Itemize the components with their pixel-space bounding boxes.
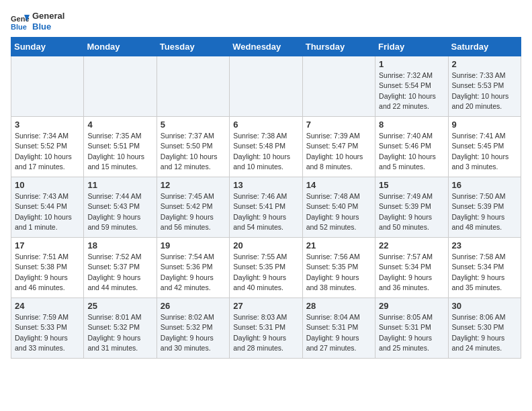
header-friday: Friday [375,38,448,56]
day-number: 2 [452,59,517,69]
day-info: Sunrise: 7:58 AM Sunset: 5:34 PM Dayligh… [452,252,517,293]
header-sunday: Sunday [11,38,84,56]
day-info: Sunrise: 7:46 AM Sunset: 5:41 PM Dayligh… [233,191,298,232]
day-info: Sunrise: 7:56 AM Sunset: 5:35 PM Dayligh… [306,252,371,293]
day-number: 16 [452,180,517,190]
day-number: 24 [15,301,80,311]
calendar-week-5: 24Sunrise: 7:59 AM Sunset: 5:33 PM Dayli… [11,298,521,359]
day-info: Sunrise: 7:39 AM Sunset: 5:47 PM Dayligh… [306,131,371,172]
day-info: Sunrise: 7:59 AM Sunset: 5:33 PM Dayligh… [15,312,80,353]
calendar-week-3: 10Sunrise: 7:43 AM Sunset: 5:44 PM Dayli… [11,177,521,238]
logo: General Blue General Blue [11,11,64,32]
day-number: 22 [379,240,444,250]
day-number: 15 [379,180,444,190]
calendar-cell: 3Sunrise: 7:34 AM Sunset: 5:52 PM Daylig… [11,117,84,177]
day-number: 9 [452,120,517,130]
calendar-cell: 4Sunrise: 7:35 AM Sunset: 5:51 PM Daylig… [84,117,157,177]
day-number: 11 [87,180,152,190]
day-number: 5 [161,120,226,130]
day-info: Sunrise: 8:03 AM Sunset: 5:31 PM Dayligh… [233,312,298,353]
day-info: Sunrise: 7:50 AM Sunset: 5:39 PM Dayligh… [452,191,517,232]
day-number: 26 [161,301,226,311]
day-info: Sunrise: 7:33 AM Sunset: 5:53 PM Dayligh… [452,71,517,111]
day-info: Sunrise: 8:04 AM Sunset: 5:31 PM Dayligh… [306,312,371,353]
calendar-cell: 20Sunrise: 7:55 AM Sunset: 5:35 PM Dayli… [230,238,302,298]
calendar-cell: 13Sunrise: 7:46 AM Sunset: 5:41 PM Dayli… [230,177,302,238]
day-info: Sunrise: 7:43 AM Sunset: 5:44 PM Dayligh… [15,191,80,232]
day-number: 19 [161,240,226,250]
calendar-cell: 30Sunrise: 8:06 AM Sunset: 5:30 PM Dayli… [448,298,521,359]
calendar-cell: 26Sunrise: 8:02 AM Sunset: 5:32 PM Dayli… [157,298,229,359]
calendar-cell: 6Sunrise: 7:38 AM Sunset: 5:48 PM Daylig… [230,117,302,177]
calendar-week-2: 3Sunrise: 7:34 AM Sunset: 5:52 PM Daylig… [11,117,521,177]
day-info: Sunrise: 7:40 AM Sunset: 5:46 PM Dayligh… [379,131,444,172]
calendar-cell: 14Sunrise: 7:48 AM Sunset: 5:40 PM Dayli… [302,177,375,238]
calendar-cell [302,56,375,117]
day-number: 1 [379,59,444,69]
calendar-cell: 22Sunrise: 7:57 AM Sunset: 5:34 PM Dayli… [375,238,448,298]
day-info: Sunrise: 7:48 AM Sunset: 5:40 PM Dayligh… [306,191,371,232]
calendar-cell: 24Sunrise: 7:59 AM Sunset: 5:33 PM Dayli… [11,298,84,359]
header-tuesday: Tuesday [157,38,229,56]
calendar-cell [230,56,302,117]
day-info: Sunrise: 7:41 AM Sunset: 5:45 PM Dayligh… [452,131,517,172]
day-info: Sunrise: 7:57 AM Sunset: 5:34 PM Dayligh… [379,252,444,293]
day-number: 12 [161,180,226,190]
calendar-cell: 11Sunrise: 7:44 AM Sunset: 5:43 PM Dayli… [84,177,157,238]
header-wednesday: Wednesday [230,38,302,56]
day-number: 8 [379,120,444,130]
header-monday: Monday [84,38,157,56]
day-info: Sunrise: 7:32 AM Sunset: 5:54 PM Dayligh… [379,71,444,111]
calendar-cell [11,56,84,117]
calendar-cell: 28Sunrise: 8:04 AM Sunset: 5:31 PM Dayli… [302,298,375,359]
day-number: 4 [87,120,152,130]
day-number: 29 [379,301,444,311]
page-header: General Blue General Blue [11,11,521,32]
day-number: 30 [452,301,517,311]
calendar-cell: 23Sunrise: 7:58 AM Sunset: 5:34 PM Dayli… [448,238,521,298]
calendar-week-4: 17Sunrise: 7:51 AM Sunset: 5:38 PM Dayli… [11,238,521,298]
day-info: Sunrise: 7:35 AM Sunset: 5:51 PM Dayligh… [87,131,152,172]
calendar-cell: 18Sunrise: 7:52 AM Sunset: 5:37 PM Dayli… [84,238,157,298]
day-number: 6 [233,120,298,130]
logo-icon: General Blue [11,12,30,31]
day-info: Sunrise: 7:51 AM Sunset: 5:38 PM Dayligh… [15,252,80,293]
day-info: Sunrise: 8:01 AM Sunset: 5:32 PM Dayligh… [87,312,152,353]
calendar-cell: 12Sunrise: 7:45 AM Sunset: 5:42 PM Dayli… [157,177,229,238]
day-info: Sunrise: 7:49 AM Sunset: 5:39 PM Dayligh… [379,191,444,232]
calendar-cell: 8Sunrise: 7:40 AM Sunset: 5:46 PM Daylig… [375,117,448,177]
day-number: 3 [15,120,80,130]
days-header-row: Sunday Monday Tuesday Wednesday Thursday… [11,38,521,56]
logo-blue: Blue [32,21,51,32]
day-number: 7 [306,120,371,130]
day-number: 21 [306,240,371,250]
day-info: Sunrise: 8:02 AM Sunset: 5:32 PM Dayligh… [161,312,226,353]
day-info: Sunrise: 8:06 AM Sunset: 5:30 PM Dayligh… [452,312,517,353]
calendar-cell: 17Sunrise: 7:51 AM Sunset: 5:38 PM Dayli… [11,238,84,298]
calendar-cell [84,56,157,117]
day-info: Sunrise: 7:55 AM Sunset: 5:35 PM Dayligh… [233,252,298,293]
calendar-week-1: 1Sunrise: 7:32 AM Sunset: 5:54 PM Daylig… [11,56,521,117]
day-info: Sunrise: 7:54 AM Sunset: 5:36 PM Dayligh… [161,252,226,293]
header-thursday: Thursday [302,38,375,56]
calendar-cell: 1Sunrise: 7:32 AM Sunset: 5:54 PM Daylig… [375,56,448,117]
logo-wordmark: General Blue [32,11,64,32]
calendar-cell: 27Sunrise: 8:03 AM Sunset: 5:31 PM Dayli… [230,298,302,359]
day-number: 25 [87,301,152,311]
svg-text:Blue: Blue [11,23,27,31]
calendar-cell: 21Sunrise: 7:56 AM Sunset: 5:35 PM Dayli… [302,238,375,298]
day-number: 28 [306,301,371,311]
calendar-cell: 10Sunrise: 7:43 AM Sunset: 5:44 PM Dayli… [11,177,84,238]
day-info: Sunrise: 7:37 AM Sunset: 5:50 PM Dayligh… [161,131,226,172]
day-number: 18 [87,240,152,250]
calendar-cell: 19Sunrise: 7:54 AM Sunset: 5:36 PM Dayli… [157,238,229,298]
day-number: 20 [233,240,298,250]
day-info: Sunrise: 7:34 AM Sunset: 5:52 PM Dayligh… [15,131,80,172]
day-info: Sunrise: 7:44 AM Sunset: 5:43 PM Dayligh… [87,191,152,232]
calendar-table: Sunday Monday Tuesday Wednesday Thursday… [11,37,521,359]
calendar-cell [157,56,229,117]
calendar-cell: 5Sunrise: 7:37 AM Sunset: 5:50 PM Daylig… [157,117,229,177]
calendar-cell: 7Sunrise: 7:39 AM Sunset: 5:47 PM Daylig… [302,117,375,177]
day-info: Sunrise: 7:45 AM Sunset: 5:42 PM Dayligh… [161,191,226,232]
day-number: 14 [306,180,371,190]
